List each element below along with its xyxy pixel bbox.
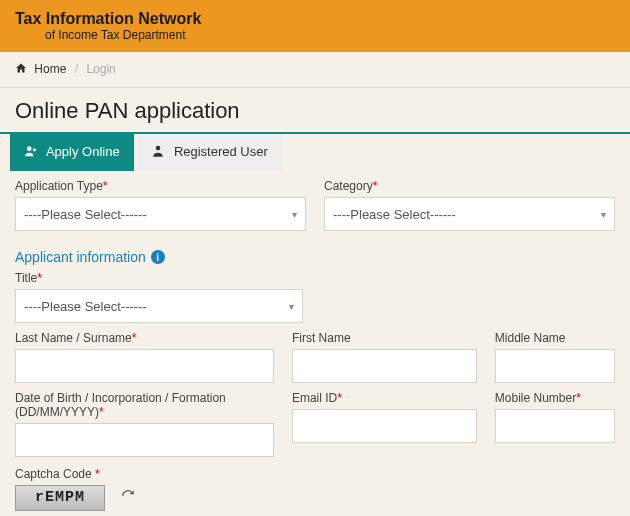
application-type-label: Application Type* — [15, 179, 306, 193]
first-name-input[interactable] — [292, 349, 477, 383]
mobile-input[interactable] — [495, 409, 615, 443]
last-name-input[interactable] — [15, 349, 274, 383]
user-plus-icon — [24, 144, 38, 161]
info-icon[interactable]: i — [151, 250, 165, 264]
chevron-down-icon: ▾ — [601, 209, 606, 220]
captcha-image: rEMPM — [15, 485, 105, 511]
email-label: Email ID* — [292, 391, 477, 405]
category-label: Category* — [324, 179, 615, 193]
refresh-icon[interactable] — [121, 489, 135, 506]
title-select[interactable]: ----Please Select------ ▾ — [15, 289, 303, 323]
breadcrumb-current: Login — [86, 62, 115, 76]
tabs: Apply Online Registered User — [0, 134, 630, 171]
svg-point-0 — [27, 147, 32, 152]
dob-input[interactable] — [15, 423, 274, 457]
home-icon — [15, 62, 27, 77]
tab-registered-label: Registered User — [174, 144, 268, 159]
breadcrumb: Home / Login — [0, 52, 630, 88]
tab-apply-online[interactable]: Apply Online — [10, 134, 134, 171]
category-value: ----Please Select------ — [333, 207, 456, 222]
svg-point-1 — [156, 146, 161, 151]
tab-apply-label: Apply Online — [46, 144, 120, 159]
section-applicant-text: Applicant information — [15, 249, 146, 265]
title-label: Title* — [15, 271, 303, 285]
middle-name-input[interactable] — [495, 349, 615, 383]
mobile-label: Mobile Number* — [495, 391, 615, 405]
brand-main: Tax Information Network — [15, 10, 615, 28]
form-area: Application Type* ----Please Select-----… — [0, 171, 630, 516]
tab-registered-user[interactable]: Registered User — [137, 134, 282, 171]
page-title: Online PAN application — [0, 88, 630, 134]
first-name-label: First Name — [292, 331, 477, 345]
title-value: ----Please Select------ — [24, 299, 147, 314]
last-name-label: Last Name / Surname* — [15, 331, 274, 345]
category-select[interactable]: ----Please Select------ ▾ — [324, 197, 615, 231]
dob-label: Date of Birth / Incorporation / Formatio… — [15, 391, 274, 419]
chevron-down-icon: ▾ — [289, 301, 294, 312]
user-check-icon — [151, 144, 165, 161]
chevron-down-icon: ▾ — [292, 209, 297, 220]
breadcrumb-sep: / — [75, 62, 78, 76]
captcha-label: Captcha Code * — [15, 467, 615, 481]
section-applicant-info: Applicant information i — [15, 239, 615, 271]
email-input[interactable] — [292, 409, 477, 443]
top-banner: Tax Information Network of Income Tax De… — [0, 0, 630, 52]
application-type-select[interactable]: ----Please Select------ ▾ — [15, 197, 306, 231]
breadcrumb-home[interactable]: Home — [34, 62, 66, 76]
application-type-value: ----Please Select------ — [24, 207, 147, 222]
middle-name-label: Middle Name — [495, 331, 615, 345]
brand-sub: of Income Tax Department — [45, 28, 615, 42]
